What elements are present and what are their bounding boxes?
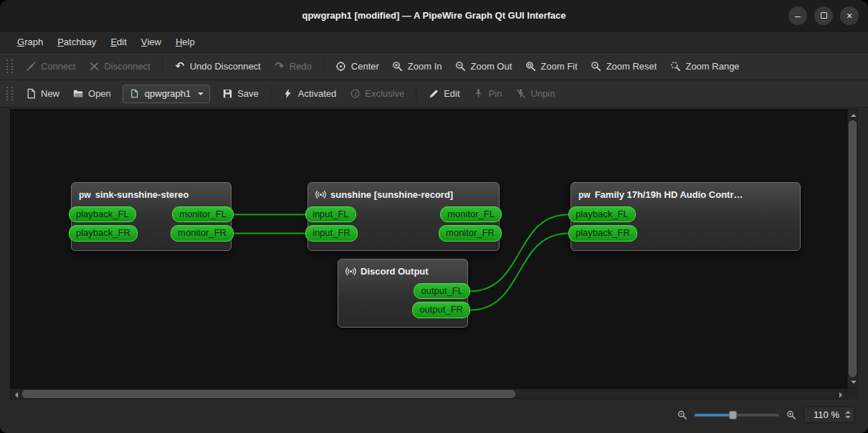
zoom-reset-button[interactable]: Zoom Reset [585, 57, 663, 76]
node-header: pwFamily 17h/19h HD Audio Contr… [571, 183, 800, 204]
zoom-in-icon [392, 61, 404, 72]
horizontal-scrollbar[interactable] [10, 389, 847, 399]
input-port[interactable]: playback_FR [568, 225, 637, 241]
node-header: pwsink-sunshine-stereo [72, 183, 231, 204]
scroll-down-arrow[interactable] [848, 377, 859, 388]
port-row: playback_FLmonitor_FL [69, 206, 234, 222]
window-title: qpwgraph1 [modified] — A PipeWire Graph … [302, 10, 566, 21]
pipewire-logo-icon: pw [79, 190, 91, 200]
minimize-icon: – [795, 11, 801, 21]
zoom-slider[interactable] [695, 409, 779, 421]
output-port[interactable]: output_FR [412, 302, 470, 318]
node-title: Discord Output [361, 266, 429, 277]
menu-graph[interactable]: Graph [10, 32, 50, 52]
output-port[interactable]: monitor_FR [171, 225, 234, 241]
menu-view[interactable]: View [134, 32, 168, 52]
zoom-in-small-icon[interactable] [786, 410, 796, 420]
session-selector-combo[interactable]: qpwgraph1 [123, 85, 210, 103]
input-port[interactable]: playback_FR [69, 225, 138, 241]
zoom-spinbox[interactable]: 110 % [803, 406, 855, 423]
node-header: sunshine [sunshine-record] [308, 183, 499, 204]
output-port[interactable]: monitor_FL [172, 206, 234, 222]
node-title: sink-sunshine-stereo [95, 189, 189, 200]
graph-node[interactable]: pwFamily 17h/19h HD Audio Contr…playback… [571, 182, 801, 251]
port-row: output_FR [335, 302, 470, 318]
vertical-scroll-thumb[interactable] [849, 120, 857, 377]
node-layer: pwsink-sunshine-stereoplayback_FLmonitor… [11, 110, 846, 388]
output-port[interactable]: monitor_FR [439, 225, 502, 241]
zoom-fit-button[interactable]: Zoom Fit [519, 57, 583, 76]
menu-bar: Graph Patchbay Edit View Help [0, 32, 868, 53]
graph-node[interactable]: Discord Outputoutput_FLoutput_FR [338, 259, 468, 328]
zoom-fit-icon [525, 61, 536, 72]
zoom-out-small-icon[interactable] [677, 410, 687, 420]
toolbar-grip-handle[interactable] [6, 87, 13, 100]
toolbar-patchbay: New Open qpwgraph1 Save Activated f Excl… [0, 80, 868, 108]
zoom-value: 110 % [809, 409, 839, 420]
pin-icon [473, 88, 485, 100]
pencil-icon [428, 88, 439, 100]
toolbar-separator [416, 86, 416, 102]
connect-button[interactable]: Connect [19, 57, 81, 76]
zoom-range-button[interactable]: Zoom Range [664, 57, 745, 76]
node-title: Family 17h/19h HD Audio Contr… [595, 189, 743, 200]
new-file-icon [25, 88, 37, 100]
horizontal-scroll-thumb[interactable] [22, 390, 515, 398]
input-port[interactable]: input_FR [305, 225, 358, 241]
open-button[interactable]: Open [67, 85, 117, 103]
edit-button[interactable]: Edit [422, 85, 465, 103]
toolbar-grip-handle[interactable] [6, 60, 13, 73]
node-title: sunshine [sunshine-record] [330, 189, 453, 200]
undo-disconnect-button[interactable]: ↶ Undo Disconnect [168, 57, 267, 76]
spin-down-arrow[interactable] [845, 416, 851, 422]
session-name: qpwgraph1 [145, 88, 191, 99]
menu-edit[interactable]: Edit [103, 32, 133, 52]
graph-node[interactable]: pwsink-sunshine-stereoplayback_FLmonitor… [71, 182, 232, 251]
output-port[interactable]: monitor_FL [440, 206, 502, 222]
audio-app-icon [315, 189, 326, 200]
open-folder-icon [72, 88, 84, 100]
scroll-right-arrow[interactable] [836, 389, 846, 400]
input-port[interactable]: playback_FL [568, 206, 636, 222]
exclusive-button[interactable]: f Exclusive [343, 85, 410, 103]
output-port[interactable]: output_FL [414, 283, 470, 299]
exclusive-icon: f [349, 88, 361, 100]
menu-help[interactable]: Help [168, 32, 202, 52]
toolbar-separator [270, 86, 271, 102]
new-button[interactable]: New [19, 85, 65, 103]
port-row: input_FLmonitor_FL [305, 206, 502, 222]
graph-canvas[interactable]: pwsink-sunshine-stereoplayback_FLmonitor… [10, 109, 847, 389]
port-row: playback_FRmonitor_FR [69, 225, 234, 241]
redo-button[interactable]: ↷ Redo [268, 57, 318, 76]
minimize-button[interactable]: – [788, 6, 807, 25]
toolbar-separator [323, 59, 324, 75]
status-bar: 110 % [0, 399, 868, 433]
node-header: Discord Output [338, 260, 467, 281]
menu-patchbay[interactable]: Patchbay [50, 32, 103, 52]
zoom-out-button[interactable]: Zoom Out [449, 57, 518, 76]
center-button[interactable]: Center [330, 57, 385, 76]
zoom-slider-handle[interactable] [729, 411, 737, 419]
port-row: playback_FL [568, 206, 803, 222]
scroll-up-arrow[interactable] [848, 110, 859, 120]
maximize-button[interactable] [814, 6, 833, 25]
zoom-in-button[interactable]: Zoom In [386, 57, 448, 76]
unpin-button[interactable]: Unpin [509, 85, 561, 103]
unpin-icon [515, 88, 526, 100]
pipewire-logo-icon: pw [578, 190, 591, 200]
spin-up-arrow[interactable] [845, 408, 851, 414]
scroll-left-arrow[interactable] [11, 389, 22, 400]
connect-icon [25, 61, 37, 72]
graph-node[interactable]: sunshine [sunshine-record]input_FLmonito… [307, 182, 500, 251]
vertical-scrollbar[interactable] [847, 109, 858, 389]
scrollbar-corner [847, 389, 858, 399]
input-port[interactable]: input_FL [305, 206, 356, 222]
disconnect-button[interactable]: Disconnect [82, 57, 156, 76]
input-port[interactable]: playback_FL [69, 206, 136, 222]
close-button[interactable]: × [840, 6, 859, 25]
title-bar[interactable]: qpwgraph1 [modified] — A PipeWire Graph … [0, 0, 868, 32]
pin-button[interactable]: Pin [467, 85, 508, 103]
spin-arrows [843, 410, 851, 419]
save-button[interactable]: Save [216, 85, 264, 103]
activated-button[interactable]: Activated [277, 85, 342, 103]
